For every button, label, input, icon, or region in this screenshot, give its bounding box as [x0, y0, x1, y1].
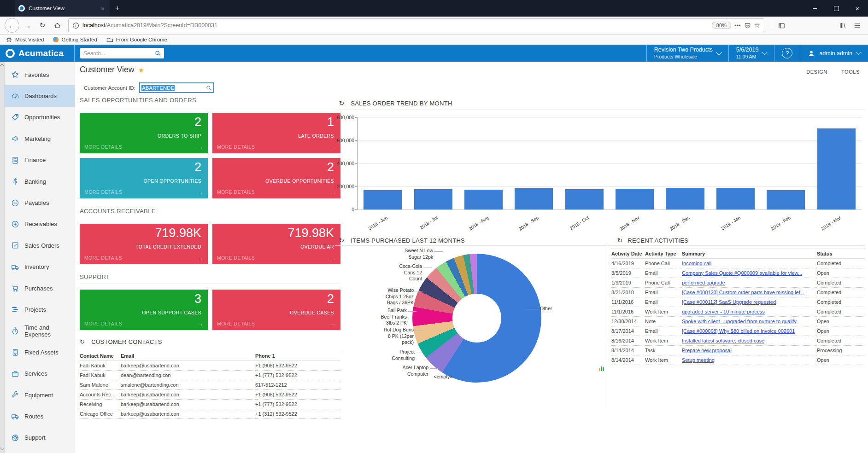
sidebar-item-opportunities[interactable]: Opportunities	[4, 107, 75, 128]
kpi-tile[interactable]: 2OVERDUE OPPORTUNITIESMORE DETAILS→	[212, 158, 340, 198]
column-header[interactable]: Activity Date	[611, 249, 645, 259]
reload-button[interactable]: ↻	[36, 19, 49, 32]
trend-bar[interactable]	[767, 190, 805, 210]
sidebar-item-support[interactable]: Support	[4, 427, 75, 448]
activity-row[interactable]: 11/1/2016Email[Case #000112] SaaS Upgrad…	[611, 297, 865, 307]
activity-row[interactable]: 8/14/2014TaskPrepare new proposalProcess…	[611, 346, 865, 355]
activity-row[interactable]: 1/9/2019Phone Callperformed upgradeCompl…	[611, 278, 865, 288]
arrow-right-icon[interactable]: →	[197, 144, 203, 151]
contact-row[interactable]: Accounts Rec...barkeep@usabartend.con+1 …	[80, 390, 340, 400]
library-icon[interactable]	[836, 19, 849, 32]
activity-row[interactable]: 12/30/2014NoteSpoke with client - upgrad…	[611, 317, 865, 326]
more-details-link[interactable]: MORE DETAILS	[217, 144, 255, 150]
trend-bar[interactable]	[364, 190, 402, 210]
browser-tab[interactable]: Customer View ×	[15, 0, 110, 17]
column-header[interactable]: Status	[817, 249, 865, 259]
close-tab-icon[interactable]: ×	[100, 5, 106, 12]
bookmark-star-icon[interactable]: ☆	[754, 21, 760, 29]
bookmark-most-visited[interactable]: Most Visited	[6, 36, 44, 43]
activity-row[interactable]: 11/1/2016Work Itemupgraded server - 10 m…	[611, 307, 865, 317]
customer-account-input[interactable]: ABARTENDE	[139, 82, 214, 93]
trend-bar[interactable]	[414, 189, 452, 209]
trend-bar[interactable]	[464, 190, 503, 209]
refresh-icon[interactable]: ↻	[339, 100, 344, 107]
kpi-tile[interactable]: 3OPEN SUPPORT CASESMORE DETAILS→	[80, 290, 208, 330]
new-tab-button[interactable]: +	[110, 0, 125, 17]
menu-hamburger-icon[interactable]	[850, 19, 863, 32]
activity-summary-link[interactable]: Setup meeting	[682, 357, 715, 363]
activity-summary-link[interactable]: Installed latest software, closed case	[682, 338, 764, 343]
trend-bar[interactable]	[515, 188, 553, 209]
column-header[interactable]: Phone 1	[255, 351, 340, 361]
tools-link[interactable]: TOOLS	[841, 69, 860, 75]
activity-summary-link[interactable]: performed upgrade	[682, 280, 725, 285]
trend-bar[interactable]	[817, 128, 856, 209]
activity-row[interactable]: 8/17/2014Email[Case #000098] Why $80 bil…	[611, 326, 865, 336]
activity-row[interactable]: 4/16/2019Phone CallIncoming callComplete…	[611, 259, 865, 268]
more-details-link[interactable]: MORE DETAILS	[217, 255, 255, 261]
column-header[interactable]: Email	[121, 351, 255, 361]
more-details-link[interactable]: MORE DETAILS	[84, 144, 122, 150]
activity-summary-link[interactable]: Company Sales Quote #Q000009 available f…	[682, 270, 802, 276]
kpi-tile[interactable]: 2OVERDUE CASESMORE DETAILS→	[212, 290, 340, 330]
sidebar-item-time-and-expenses[interactable]: Time and Expenses	[4, 320, 75, 342]
refresh-icon[interactable]: ↻	[80, 338, 85, 345]
activity-summary-link[interactable]: [Case #000098] Why $80 billed on invoice…	[682, 328, 795, 334]
home-button[interactable]	[51, 19, 64, 32]
sidebar-item-services[interactable]: Services	[4, 363, 75, 384]
kpi-tile[interactable]: 2OPEN OPPORTUNITIESMORE DETAILS→	[80, 158, 208, 198]
trend-bar[interactable]	[616, 189, 654, 210]
sidebar-item-projects[interactable]: Projects	[4, 299, 75, 320]
kpi-tile[interactable]: 719.98KTOTAL CREDIT EXTENDEDMORE DETAILS…	[80, 224, 208, 264]
trend-bar[interactable]	[716, 188, 755, 209]
contact-row[interactable]: Receivingbarkeep@usabartend.con+1 (777) …	[80, 400, 340, 409]
activity-row[interactable]: 8/16/2014Work ItemInstalled latest softw…	[611, 336, 865, 346]
trend-bar[interactable]	[666, 188, 704, 210]
activity-row[interactable]: 8/21/2018Email[Case #000120] Custom orde…	[611, 288, 865, 297]
trend-bar[interactable]	[565, 189, 604, 210]
more-details-link[interactable]: MORE DETAILS	[217, 321, 255, 326]
contact-row[interactable]: Sam Malonesmalone@bartending.con617-512-…	[80, 380, 340, 390]
sidebar-item-routes[interactable]: Routes	[4, 406, 75, 427]
sidebar-item-favorites[interactable]: Favorites	[4, 64, 75, 85]
sidebar-item-purchases[interactable]: Purchases	[4, 278, 75, 299]
favorite-star-icon[interactable]: ★	[138, 66, 144, 74]
company-selector[interactable]: Revision Two Products Products Wholesale	[646, 45, 728, 62]
kpi-tile[interactable]: 2ORDERS TO SHIPMORE DETAILS→	[80, 113, 208, 153]
activity-summary-link[interactable]: Prepare new proposal	[682, 348, 732, 353]
sidebar-panel-icon[interactable]	[775, 19, 788, 32]
design-link[interactable]: DESIGN	[806, 69, 827, 75]
bookmark-from-google-chrome[interactable]: From Google Chrome	[106, 36, 167, 43]
column-header[interactable]: Summary	[682, 249, 817, 259]
zoom-level-badge[interactable]: 80%	[712, 22, 731, 29]
minimize-button[interactable]	[804, 0, 826, 17]
url-bar[interactable]: localhost/Acumatica2019/Main?ScreenId=DB…	[68, 18, 764, 32]
kpi-tile[interactable]: 1LATE ORDERSMORE DETAILS→	[212, 113, 340, 153]
url-text[interactable]: localhost/Acumatica2019/Main?ScreenId=DB…	[82, 22, 709, 29]
sidebar-item-fixed-assets[interactable]: Fixed Assets	[4, 342, 75, 363]
sidebar-item-dashboards[interactable]: Dashboards	[4, 85, 75, 106]
acumatica-logo[interactable]: Acumatica	[0, 45, 75, 62]
more-details-link[interactable]: MORE DETAILS	[84, 321, 122, 326]
mini-chart-ic on[interactable]	[599, 366, 604, 371]
arrow-right-icon[interactable]: →	[197, 189, 203, 196]
column-header[interactable]: Contact Name	[80, 351, 121, 361]
activity-summary-link[interactable]: upgraded server - 10 minute process	[682, 309, 765, 314]
page-actions-icon[interactable]: •••	[734, 22, 741, 29]
back-button[interactable]: ←	[5, 18, 19, 33]
date-selector[interactable]: 5/6/2019 11:09 AM	[728, 45, 774, 62]
forward-button[interactable]: →	[21, 19, 34, 32]
user-menu[interactable]: admin admin	[800, 45, 868, 62]
activity-summary-link[interactable]: Incoming call	[682, 261, 711, 266]
more-details-link[interactable]: MORE DETAILS	[84, 189, 122, 195]
help-button[interactable]: ?	[774, 45, 800, 62]
contact-row[interactable]: Chicago Officebarkeep@usabartend.con+1 (…	[80, 409, 340, 419]
sidebar-item-payables[interactable]: Payables	[4, 192, 75, 213]
maximize-button[interactable]	[826, 0, 847, 17]
sidebar-item-banking[interactable]: Banking	[4, 171, 75, 192]
activity-summary-link[interactable]: Spoke with client - upgraded from nurtur…	[682, 319, 797, 324]
column-header[interactable]: Activity Type	[645, 249, 682, 259]
sidebar-item-finance[interactable]: Finance	[4, 150, 75, 171]
pocket-icon[interactable]	[744, 22, 751, 29]
arrow-right-icon[interactable]: →	[197, 255, 203, 261]
